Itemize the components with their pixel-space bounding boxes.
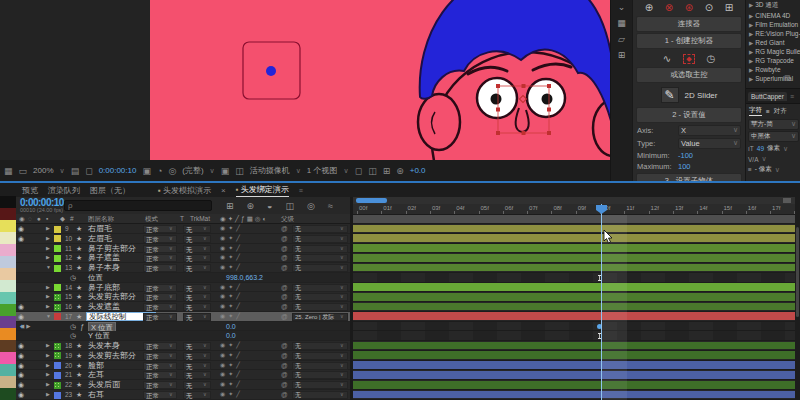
parent-dropdown-icon[interactable]: ∨ bbox=[340, 361, 344, 371]
settings-grid-icon[interactable]: ▦ bbox=[617, 18, 626, 28]
property-row[interactable]: ◷Y 位置0.0 bbox=[16, 331, 352, 341]
expand-icon[interactable]: ▶ bbox=[749, 40, 753, 46]
color-swatch[interactable] bbox=[0, 340, 16, 352]
property-row[interactable]: ◀◆▶◷ƒX 位置0.0 bbox=[16, 322, 352, 332]
collapse-icon[interactable]: ▼ bbox=[46, 263, 51, 273]
stopwatch-icon[interactable]: ◷ bbox=[70, 331, 76, 341]
trkmat-dropdown-icon[interactable]: ∨ bbox=[203, 341, 207, 351]
snapshot-icon[interactable]: ▣ bbox=[142, 166, 151, 176]
automation-tool-icon[interactable]: ⊛ bbox=[685, 2, 693, 13]
keyframe-navigator[interactable]: ◀◆▶ bbox=[20, 322, 26, 332]
reset-exposure-icon[interactable]: ⊛ bbox=[396, 166, 404, 176]
label-color-swatch[interactable] bbox=[54, 392, 61, 399]
parent-dropdown-icon[interactable]: ∨ bbox=[340, 302, 344, 312]
layer-name[interactable]: 左眉毛 bbox=[88, 234, 112, 244]
expand-icon[interactable]: ▶ bbox=[46, 370, 50, 380]
mode-dropdown-icon[interactable]: ∨ bbox=[169, 312, 173, 322]
expression-icon[interactable]: ƒ bbox=[80, 322, 84, 332]
magnification-value[interactable]: 200% bbox=[33, 166, 53, 175]
layer-row[interactable]: ◉▼17★发际线控制正常∨无∨◉✦╱@25. Zero | 发际∨ bbox=[16, 312, 352, 322]
layer-duration-bar[interactable] bbox=[353, 341, 795, 351]
layer-name[interactable]: 左耳 bbox=[88, 370, 104, 380]
pixel-aspect-icon[interactable]: ◻ bbox=[355, 166, 362, 176]
label-column-icon[interactable]: ◆ bbox=[60, 215, 65, 223]
layer-row[interactable]: ◉▶23★右耳正常∨无∨◉✦╱@无∨ bbox=[16, 390, 352, 400]
expand-icon[interactable]: ▶ bbox=[749, 2, 753, 8]
mode-dropdown-icon[interactable]: ∨ bbox=[169, 244, 173, 254]
mode-dropdown-icon[interactable]: ∨ bbox=[169, 253, 173, 263]
label-color-swatch[interactable] bbox=[54, 372, 61, 379]
font-family-select[interactable]: 苹方-简∨ bbox=[748, 119, 799, 130]
tab-character[interactable]: 字符 bbox=[749, 106, 762, 116]
current-timecode[interactable]: 0:00:00:10 bbox=[20, 198, 64, 207]
layer-name[interactable]: 头发剪去部分 bbox=[88, 351, 136, 361]
layer-row[interactable]: ▶12★鼻子遮盖正常∨无∨◉✦╱@无∨ bbox=[16, 253, 352, 263]
property-track[interactable] bbox=[353, 273, 795, 283]
property-track[interactable] bbox=[353, 331, 795, 341]
parent-pickwhip-icon[interactable]: @ bbox=[281, 361, 288, 371]
label-color-swatch[interactable] bbox=[54, 284, 61, 291]
layer-row[interactable]: ▶11★鼻子剪去部分正常∨无∨◉✦╱@无∨ bbox=[16, 244, 352, 254]
solo-column-icon[interactable]: ● bbox=[37, 215, 41, 222]
color-swatch[interactable] bbox=[0, 364, 16, 376]
parent-column-header[interactable]: 父级 bbox=[281, 215, 294, 224]
tab-comp-hair-rig[interactable]: ▪ 头发绑定演示 bbox=[236, 184, 289, 197]
label-color-swatch[interactable] bbox=[54, 245, 61, 252]
parent-pickwhip-icon[interactable]: @ bbox=[281, 380, 288, 390]
exposure-value[interactable]: +0.0 bbox=[410, 166, 426, 175]
expand-icon[interactable]: ▶ bbox=[749, 13, 753, 19]
visibility-eye-icon[interactable]: ◉ bbox=[18, 390, 24, 400]
expand-icon[interactable]: ▶ bbox=[749, 76, 753, 82]
visibility-eye-icon[interactable]: ◉ bbox=[18, 312, 24, 322]
view-layout-dropdown-icon[interactable]: ∨ bbox=[344, 167, 349, 175]
type-select[interactable]: Value∨ bbox=[678, 138, 741, 149]
folder-icon[interactable]: ▱ bbox=[618, 34, 625, 44]
work-area-bar[interactable] bbox=[353, 215, 795, 224]
parent-pickwhip-icon[interactable]: @ bbox=[281, 224, 288, 234]
expand-icon[interactable]: ▶ bbox=[46, 302, 50, 312]
parent-dropdown-icon[interactable]: ∨ bbox=[340, 380, 344, 390]
expand-icon[interactable]: ▶ bbox=[749, 31, 753, 37]
leading-value[interactable]: - 像素 bbox=[755, 165, 772, 174]
parent-pickwhip-icon[interactable]: @ bbox=[281, 370, 288, 380]
composition-flowchart-icon[interactable]: ⊞ bbox=[226, 201, 234, 211]
layer-duration-bar[interactable] bbox=[353, 292, 795, 302]
layer-switches[interactable]: ◉✦╱ bbox=[220, 351, 243, 361]
parent-pickwhip-icon[interactable]: @ bbox=[281, 351, 288, 361]
font-weight-select[interactable]: 中黑体∨ bbox=[748, 131, 799, 142]
navigator-end[interactable] bbox=[783, 198, 791, 203]
layer-name[interactable]: 鼻子遮盖 bbox=[88, 253, 120, 263]
mode-dropdown-icon[interactable]: ∨ bbox=[169, 390, 173, 400]
color-management-icon[interactable]: ◎ bbox=[168, 166, 176, 176]
layer-switches[interactable]: ◉✦╱ bbox=[220, 292, 243, 302]
label-color-swatch[interactable] bbox=[54, 294, 61, 301]
frame-blending-icon[interactable]: ◫ bbox=[286, 201, 295, 211]
layer-switches[interactable]: ◉✦╱ bbox=[220, 253, 243, 263]
label-color-swatch[interactable] bbox=[54, 382, 61, 389]
color-swatch[interactable] bbox=[0, 376, 16, 388]
composition-canvas[interactable] bbox=[150, 0, 610, 160]
draft-3d-icon[interactable]: ⊛ bbox=[247, 201, 255, 211]
expand-icon[interactable]: ▶ bbox=[46, 244, 50, 254]
visibility-eye-icon[interactable]: ◉ bbox=[18, 234, 24, 244]
parent-pickwhip-icon[interactable]: @ bbox=[281, 341, 288, 351]
axis-select[interactable]: X∨ bbox=[678, 125, 741, 136]
color-swatch[interactable] bbox=[0, 268, 16, 280]
tab-buttcapper[interactable]: ButtCapper bbox=[748, 92, 787, 101]
color-swatch[interactable] bbox=[0, 292, 16, 304]
layer-name[interactable]: 脸部 bbox=[88, 361, 104, 371]
parent-pickwhip-icon[interactable]: @ bbox=[281, 312, 288, 322]
lock-column-icon[interactable]: ▪ bbox=[46, 215, 48, 222]
monitor-icon[interactable]: ▭ bbox=[19, 166, 28, 176]
visibility-eye-icon[interactable]: ◉ bbox=[18, 361, 24, 371]
trkmat-dropdown-icon[interactable]: ∨ bbox=[203, 361, 207, 371]
layer-switches[interactable]: ◉✦╱ bbox=[220, 390, 243, 400]
layer-name[interactable]: 鼻子底部 bbox=[88, 283, 120, 293]
mode-dropdown-icon[interactable]: ∨ bbox=[169, 351, 173, 361]
parent-dropdown-icon[interactable]: ∨ bbox=[340, 292, 344, 302]
parent-dropdown-icon[interactable]: ∨ bbox=[340, 283, 344, 293]
property-value[interactable]: 0.0 bbox=[226, 322, 236, 332]
label-color-swatch[interactable] bbox=[54, 226, 61, 233]
parent-dropdown-icon[interactable]: ∨ bbox=[340, 224, 344, 234]
mode-dropdown-icon[interactable]: ∨ bbox=[169, 263, 173, 273]
